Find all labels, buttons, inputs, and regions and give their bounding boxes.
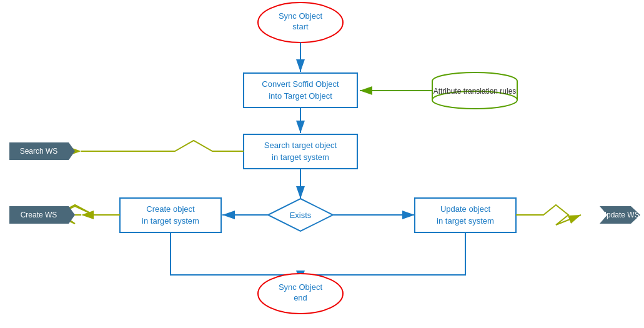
svg-text:end: end	[294, 293, 307, 302]
svg-text:in target system: in target system	[142, 216, 199, 226]
update-node	[415, 198, 516, 232]
db-label: Attribute translation rules	[433, 87, 517, 96]
svg-text:Create object: Create object	[146, 204, 195, 214]
svg-text:start: start	[292, 22, 309, 31]
svg-text:Convert Soffid Object: Convert Soffid Object	[262, 79, 339, 89]
create-ws-label: Create WS	[21, 211, 57, 219]
svg-text:Sync Object: Sync Object	[279, 282, 322, 292]
arrow-update-end-line	[300, 232, 465, 275]
exists-label: Exists	[290, 211, 312, 220]
convert-node	[244, 73, 357, 107]
svg-text:in target system: in target system	[272, 152, 329, 162]
svg-text:into Target Object: into Target Object	[269, 91, 332, 101]
svg-text:Search target object: Search target object	[264, 141, 337, 150]
svg-text:in target system: in target system	[437, 216, 494, 226]
arrow-search-ws	[81, 141, 244, 151]
svg-text:Update object: Update object	[440, 204, 491, 214]
create-node	[120, 198, 221, 232]
arrow-update-ws	[516, 205, 581, 225]
flowchart-diagram: Sync Object start Convert Soffid Object …	[0, 0, 644, 328]
search-node	[244, 134, 357, 169]
svg-text:Sync Object: Sync Object	[279, 11, 322, 21]
search-ws-label: Search WS	[20, 147, 58, 156]
update-ws-label: Update WS	[601, 211, 639, 219]
